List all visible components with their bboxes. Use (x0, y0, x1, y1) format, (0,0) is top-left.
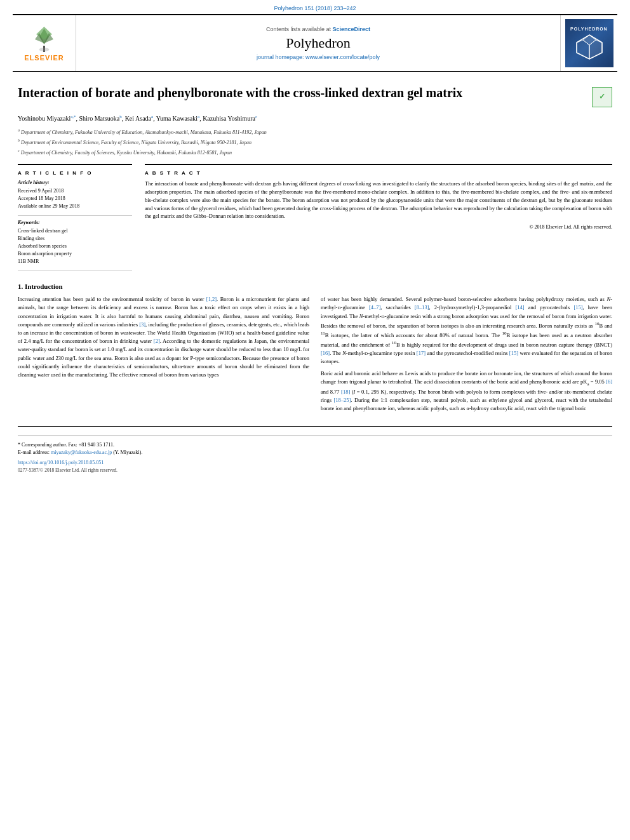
author-yuma: Yuma Kawasakia, (156, 115, 203, 122)
elsevier-tree-icon (27, 25, 62, 54)
article-info-box: A R T I C L E I N F O Article history: R… (18, 164, 132, 271)
intro-para-3: Boric acid and boronic acid behave as Le… (321, 370, 612, 413)
keywords-label: Keywords: (18, 220, 132, 225)
elsevier-logo-area: ELSEVIER (13, 15, 76, 71)
keyword-5: 11B NMR (18, 258, 132, 265)
affil-c: c Department of Chemistry, Faculty of Sc… (18, 148, 612, 157)
author-kei: Kei Asadaa, (125, 115, 156, 122)
article-info-label: A R T I C L E I N F O (18, 170, 132, 176)
keyword-2: Binding sites (18, 235, 132, 243)
author-yoshinobu: Yoshinobu Miyazakia,*, (18, 115, 79, 122)
doi-link[interactable]: https://doi.org/10.1016/j.poly.2018.05.0… (18, 459, 612, 467)
available-online-date: Available online 29 May 2018 (18, 203, 132, 210)
keywords-section: Keywords: Cross-linked dextran gel Bindi… (18, 215, 132, 265)
received-date: Received 9 April 2018 (18, 187, 132, 195)
article-title-text: Interaction of borate and phenylboronate… (18, 84, 592, 101)
author-kazuhisa: Kazuhisa Yoshimurac (203, 115, 257, 122)
intro-col1: Increasing attention has been paid to th… (18, 295, 309, 417)
sciencedirect-link[interactable]: ScienceDirect (333, 26, 371, 32)
main-content: Interaction of borate and phenylboronate… (0, 72, 630, 486)
sciencedirect-prefix: Contents lists available at (266, 26, 333, 32)
journal-reference: Polyhedron 151 (2018) 233–242 (0, 0, 630, 14)
introduction-title: 1. Introduction (18, 283, 612, 290)
keyword-1: Cross-linked dextran gel (18, 227, 132, 235)
abstract-label: A B S T R A C T (145, 170, 612, 176)
affiliations: a Department of Chemistry, Fukuoka Unive… (18, 128, 612, 156)
corresponding-author-note: * Corresponding author. Fax: +81 940 35 … (18, 441, 612, 449)
journal-ref-text: Polyhedron 151 (2018) 233–242 (274, 5, 356, 11)
intro-para-2: of water has been highly demanded. Sever… (321, 295, 612, 366)
accepted-date: Accepted 18 May 2018 (18, 195, 132, 203)
affil-b: b Department of Environmental Science, F… (18, 138, 612, 147)
introduction-section: 1. Introduction Increasing attention has… (18, 283, 612, 417)
footnote-divider (18, 436, 612, 436)
intro-para-1: Increasing attention has been paid to th… (18, 295, 309, 379)
intro-col2: of water has been highly demanded. Sever… (321, 295, 612, 417)
author-email[interactable]: miyazaky@fukuoka-edu.ac.jp (51, 450, 112, 455)
journal-name: Polyhedron (286, 35, 350, 51)
introduction-body: Increasing attention has been paid to th… (18, 295, 612, 417)
journal-homepage[interactable]: journal homepage: www.elsevier.com/locat… (257, 54, 380, 60)
svg-point-1 (39, 48, 50, 51)
journal-header: ELSEVIER Contents lists available at Sci… (13, 14, 617, 72)
elsevier-label: ELSEVIER (24, 54, 64, 62)
polyhedron-logo: POLYHEDRON (565, 19, 613, 67)
abstract-text: The interaction of borate and phenylboro… (145, 180, 612, 220)
email-line: E-mail address: miyazaky@fukuoka-edu.ac.… (18, 449, 612, 457)
keyword-4: Boron adsorption property (18, 250, 132, 258)
polyhedron-shape-icon (573, 34, 605, 60)
journal-header-center: Contents lists available at ScienceDirec… (76, 15, 560, 71)
check-icon: ✓ (599, 92, 605, 102)
elsevier-logo: ELSEVIER (24, 25, 64, 62)
article-title-area: Interaction of borate and phenylboronate… (18, 84, 612, 107)
article-info-column: A R T I C L E I N F O Article history: R… (18, 164, 132, 271)
check-for-updates-badge[interactable]: ✓ (592, 87, 612, 107)
affil-a: a Department of Chemistry, Fukuoka Unive… (18, 128, 612, 137)
abstract-box: A B S T R A C T The interaction of borat… (145, 164, 612, 230)
polyhedron-logo-area: POLYHEDRON (560, 15, 617, 71)
footer-copyright: 0277-5387/© 2018 Elsevier Ltd. All right… (18, 467, 612, 474)
article-history-label: Article history: (18, 180, 132, 185)
abstract-copyright: © 2018 Elsevier Ltd. All rights reserved… (145, 224, 612, 230)
author-shiro: Shiro Matsuokab, (79, 115, 125, 122)
abstract-column: A B S T R A C T The interaction of borat… (145, 164, 612, 271)
sciencedirect-line: Contents lists available at ScienceDirec… (266, 26, 370, 32)
keyword-3: Adsorbed boron species (18, 243, 132, 250)
article-info-abstract-section: A R T I C L E I N F O Article history: R… (18, 164, 612, 271)
polyhedron-logo-label: POLYHEDRON (570, 27, 608, 31)
footnote-area: * Corresponding author. Fax: +81 940 35 … (18, 426, 612, 474)
authors-list: Yoshinobu Miyazakia,*, Shiro Matsuokab, … (18, 114, 612, 124)
page: Polyhedron 151 (2018) 233–242 ELSEVIER (0, 0, 630, 840)
